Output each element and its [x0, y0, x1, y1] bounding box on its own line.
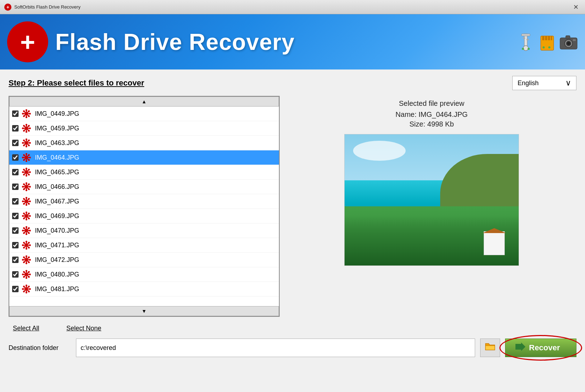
file-checkbox[interactable]: [12, 227, 19, 234]
svg-point-113: [28, 218, 30, 220]
file-item[interactable]: IMG_0459.JPG: [9, 121, 279, 136]
file-checkbox[interactable]: [12, 169, 19, 175]
file-item[interactable]: IMG_0470.JPG: [9, 223, 279, 238]
svg-point-60: [26, 153, 27, 155]
svg-point-100: [23, 198, 25, 200]
svg-point-52: [23, 140, 25, 141]
file-checkbox[interactable]: [12, 213, 19, 219]
file-item[interactable]: IMG_0464.JPG: [9, 150, 279, 165]
svg-point-5: [522, 48, 524, 50]
file-checkbox[interactable]: [12, 257, 19, 263]
svg-point-50: [22, 142, 24, 144]
file-item[interactable]: IMG_0463.JPG: [9, 136, 279, 150]
bottom-controls: Select All Select None Destination folde…: [9, 323, 576, 357]
file-checkbox[interactable]: [12, 242, 19, 248]
file-checkbox[interactable]: [12, 198, 19, 205]
svg-point-151: [23, 262, 25, 263]
scroll-up-button[interactable]: ▲: [9, 97, 279, 107]
dropdown-arrow-icon: ∨: [565, 78, 571, 88]
svg-point-84: [26, 182, 27, 184]
file-type-icon: [21, 196, 31, 206]
file-name-label: IMG_0449.JPG: [35, 110, 79, 118]
svg-point-124: [23, 227, 25, 229]
svg-point-37: [26, 131, 27, 133]
file-type-icon: [21, 167, 31, 177]
svg-point-36: [26, 124, 27, 126]
svg-point-171: [29, 288, 31, 290]
svg-point-115: [23, 218, 25, 220]
file-checkbox[interactable]: [12, 286, 19, 292]
app-icon: +: [4, 4, 11, 11]
svg-point-27: [29, 113, 31, 115]
file-checkbox[interactable]: [12, 110, 19, 117]
select-none-button[interactable]: Select None: [63, 323, 104, 334]
file-checkbox[interactable]: [12, 154, 19, 161]
file-type-icon: [21, 138, 31, 148]
svg-point-101: [28, 203, 30, 205]
svg-point-162: [28, 271, 30, 273]
file-type-icon: [21, 211, 31, 221]
browse-button[interactable]: [480, 339, 500, 357]
file-item[interactable]: IMG_0465.JPG: [9, 165, 279, 180]
svg-point-4: [523, 46, 528, 51]
file-name-label: IMG_0465.JPG: [35, 169, 79, 176]
recover-arrow-icon: [515, 342, 525, 353]
titlebar: + SoftOrbits Flash Drive Recovery ✕: [0, 0, 585, 14]
svg-point-43: [23, 130, 25, 132]
select-all-button[interactable]: Select All: [10, 323, 42, 334]
svg-point-51: [29, 142, 31, 144]
svg-point-134: [22, 244, 24, 246]
file-item[interactable]: IMG_0469.JPG: [9, 209, 279, 223]
file-checkbox[interactable]: [12, 184, 19, 190]
svg-point-170: [22, 288, 24, 290]
file-name-label: IMG_0470.JPG: [35, 227, 79, 234]
close-button[interactable]: ✕: [571, 2, 581, 12]
file-list[interactable]: IMG_0449.JPG IMG_0459.JPG: [9, 107, 279, 306]
svg-point-148: [23, 257, 25, 258]
language-label: English: [518, 79, 539, 87]
svg-point-112: [23, 213, 25, 215]
file-type-icon: [21, 255, 31, 265]
svg-point-163: [23, 276, 25, 278]
file-checkbox[interactable]: [12, 140, 19, 146]
recover-label: Recover: [529, 343, 560, 352]
svg-rect-10: [548, 36, 550, 40]
svg-point-85: [26, 190, 27, 191]
svg-point-49: [26, 146, 27, 148]
file-item[interactable]: IMG_0471.JPG: [9, 238, 279, 253]
svg-point-26: [22, 113, 24, 115]
svg-point-111: [29, 215, 31, 217]
file-item[interactable]: IMG_0467.JPG: [9, 194, 279, 209]
svg-point-97: [26, 204, 27, 206]
recover-button[interactable]: Recover: [505, 339, 576, 357]
svg-point-120: [26, 226, 27, 228]
file-item[interactable]: IMG_0466.JPG: [9, 180, 279, 194]
svg-point-149: [28, 262, 30, 263]
svg-point-99: [29, 201, 31, 202]
svg-point-133: [26, 248, 27, 250]
destination-input[interactable]: [76, 339, 475, 357]
svg-point-53: [28, 145, 30, 146]
file-item[interactable]: IMG_0472.JPG: [9, 253, 279, 267]
svg-point-157: [26, 277, 27, 279]
language-dropdown[interactable]: English ∨: [512, 76, 576, 90]
svg-point-72: [26, 168, 27, 170]
file-checkbox[interactable]: [12, 271, 19, 278]
memory-card-icon: [538, 33, 556, 51]
file-name-label: IMG_0481.JPG: [35, 285, 79, 293]
file-item[interactable]: IMG_0480.JPG: [9, 267, 279, 282]
svg-point-25: [26, 117, 27, 118]
svg-point-73: [26, 175, 27, 177]
camera-icon: [559, 33, 578, 51]
scroll-down-button[interactable]: ▼: [9, 306, 279, 316]
svg-point-13: [548, 46, 550, 48]
header-banner: Flash Drive Recovery: [0, 14, 585, 69]
main-content: Step 2: Please select files to recover E…: [0, 69, 585, 364]
select-buttons-row: Select All Select None: [9, 323, 576, 334]
file-name-label: IMG_0480.JPG: [35, 271, 79, 278]
file-item[interactable]: IMG_0449.JPG: [9, 107, 279, 121]
file-item[interactable]: IMG_0481.JPG: [9, 282, 279, 296]
content-panels: ▲ IMG_0449.JPG: [9, 96, 576, 317]
file-checkbox[interactable]: [12, 125, 19, 131]
svg-point-103: [23, 203, 25, 205]
